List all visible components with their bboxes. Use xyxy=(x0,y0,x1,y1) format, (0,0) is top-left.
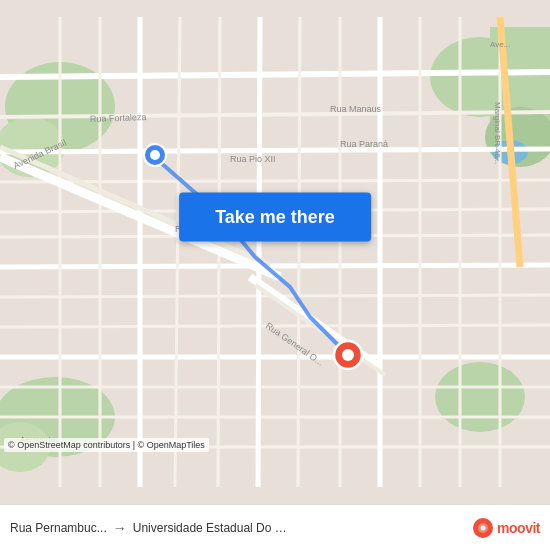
svg-point-54 xyxy=(342,349,354,361)
take-me-there-button[interactable]: Take me there xyxy=(179,192,371,241)
route-from: Rua Pernambuc... xyxy=(10,521,107,535)
arrow-icon: → xyxy=(113,520,127,536)
svg-text:Rua Fortaleza: Rua Fortaleza xyxy=(90,112,147,124)
svg-point-9 xyxy=(435,362,525,432)
bottom-bar: Rua Pernambuc... → Universidade Estadual… xyxy=(0,504,550,550)
svg-text:Rua Paraná: Rua Paraná xyxy=(340,139,388,149)
svg-line-12 xyxy=(0,149,550,152)
route-info: Rua Pernambuc... → Universidade Estadual… xyxy=(10,520,465,536)
svg-text:Marginal BR-46...: Marginal BR-46... xyxy=(493,102,502,164)
map-attribution: © OpenStreetMap contributors | © OpenMap… xyxy=(4,438,209,452)
moovit-circle-icon xyxy=(473,518,493,538)
map-area: Rua Fortaleza Avenida Brasil Rua Pio XII… xyxy=(0,0,550,504)
moovit-brand-text: moovit xyxy=(497,520,540,536)
svg-text:Ave...: Ave... xyxy=(490,40,510,49)
svg-point-56 xyxy=(481,525,486,530)
app-container: Rua Fortaleza Avenida Brasil Rua Pio XII… xyxy=(0,0,550,550)
svg-text:Rua Pio XII: Rua Pio XII xyxy=(230,154,276,164)
svg-text:Rua Manaus: Rua Manaus xyxy=(330,104,382,114)
svg-line-16 xyxy=(0,265,550,267)
svg-line-28 xyxy=(258,17,260,487)
svg-line-29 xyxy=(298,17,300,487)
moovit-logo: moovit xyxy=(473,518,540,538)
svg-point-52 xyxy=(150,150,160,160)
route-to: Universidade Estadual Do Oest... xyxy=(133,521,293,535)
